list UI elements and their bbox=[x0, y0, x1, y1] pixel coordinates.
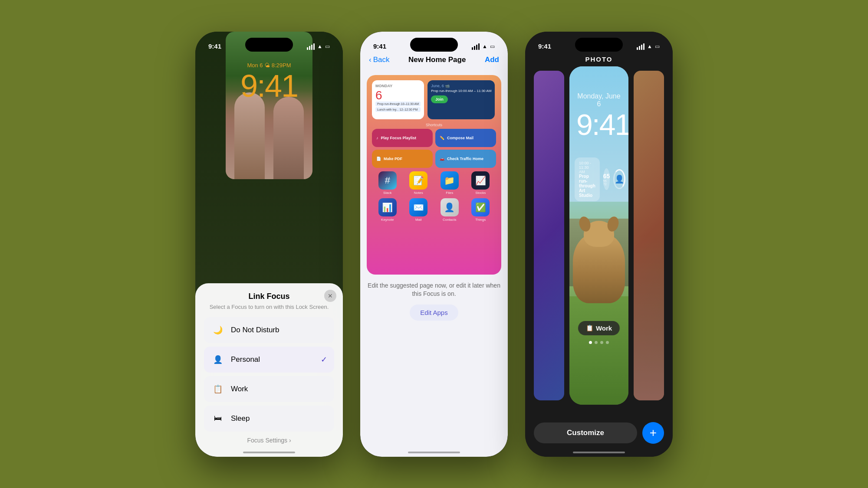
status-time-3: 9:41 bbox=[538, 43, 551, 50]
focus-settings-link[interactable]: Focus Settings › bbox=[204, 437, 334, 444]
app-contacts-label: Contacts bbox=[443, 218, 457, 222]
home-page-content: MONDAY 6 Prop run-through 10–11:30 AM Lu… bbox=[367, 75, 501, 422]
traffic-icon: 🚗 bbox=[440, 157, 444, 161]
shortcut-pdf-label: Make PDF bbox=[384, 157, 402, 161]
shortcut-traffic[interactable]: 🚗 Check Traffic Home bbox=[435, 150, 496, 168]
calendar-title: MONDAY bbox=[375, 84, 421, 88]
app-stocks-label: Stocks bbox=[475, 191, 486, 195]
widgets-row: MONDAY 6 Prop run-through 10–11:30 AM Lu… bbox=[372, 80, 496, 119]
lockscreen-info-overlay: Monday, June 6 9:41 bbox=[569, 92, 628, 139]
calendar-date: 6 bbox=[375, 89, 421, 102]
app-notes-label: Notes bbox=[414, 191, 423, 195]
app-keynote[interactable]: 📊 Keynote bbox=[378, 198, 397, 222]
wallpaper-dog-head bbox=[584, 221, 614, 247]
event-widget: 10:00 - 11:30 AM Prop run-through Art St… bbox=[575, 157, 600, 201]
music-icon: ♪ bbox=[376, 136, 378, 140]
shortcut-music-label: Play Focus Playlist bbox=[381, 136, 417, 140]
edit-apps-button[interactable]: Edit Apps bbox=[410, 305, 458, 321]
shortcut-mail[interactable]: ✏️ Compose Mail bbox=[435, 129, 496, 147]
webex-join-button[interactable]: Join bbox=[431, 95, 448, 103]
back-button[interactable]: ‹ Back bbox=[369, 56, 389, 64]
things-icon: ✅ bbox=[471, 198, 490, 216]
shortcut-pdf[interactable]: 📄 Make PDF bbox=[372, 150, 433, 168]
focus-icon-moon: 🌙 bbox=[211, 323, 225, 337]
wifi-icon-2: ▲ bbox=[482, 43, 487, 49]
app-keynote-label: Keynote bbox=[381, 218, 394, 222]
focus-label-personal: Personal bbox=[231, 355, 260, 364]
wifi-icon-3: ▲ bbox=[647, 43, 652, 49]
app-things[interactable]: ✅ Things bbox=[471, 198, 490, 222]
back-label: Back bbox=[373, 56, 390, 64]
app-stocks[interactable]: 📈 Stocks bbox=[471, 171, 490, 195]
app-contacts[interactable]: 👤 Contacts bbox=[441, 198, 459, 222]
shortcuts-section-label: Shortcuts bbox=[372, 123, 496, 127]
app-files[interactable]: 📁 Files bbox=[441, 171, 459, 195]
focus-label-sleep: Sleep bbox=[231, 414, 250, 423]
home-indicator-3 bbox=[573, 452, 625, 453]
modal-close-button[interactable]: ✕ bbox=[324, 290, 336, 302]
dot-1 bbox=[589, 341, 592, 344]
add-wallpaper-button[interactable]: + bbox=[642, 422, 664, 444]
phone-3: 9:41 ▲ ▭ PHOTO bbox=[525, 32, 673, 457]
shortcut-traffic-label: Check Traffic Home bbox=[447, 157, 483, 161]
app-slack[interactable]: # Slack bbox=[378, 171, 397, 195]
lockscreen-photo bbox=[226, 32, 312, 179]
status-icons-2: ▲ ▭ bbox=[472, 43, 495, 50]
files-icon: 📁 bbox=[441, 171, 459, 190]
edit-suggestion-text: Edit the suggested page now, or edit it … bbox=[367, 282, 501, 298]
link-focus-modal: ✕ Link Focus Select a Focus to turn on w… bbox=[195, 283, 343, 457]
wallpaper-main: Monday, June 6 9:41 10:00 - 11:30 AM Pro… bbox=[569, 66, 628, 405]
app-mail[interactable]: ✉️ Mail bbox=[409, 198, 427, 222]
focus-option-sleep[interactable]: 🛏 Sleep bbox=[204, 406, 334, 432]
status-time: 9:41 bbox=[208, 43, 221, 50]
webex-date: June, 6 📹 bbox=[431, 84, 491, 88]
add-button[interactable]: Add bbox=[485, 56, 499, 64]
focus-checkmark: ✓ bbox=[321, 355, 327, 364]
dot-3 bbox=[600, 341, 603, 344]
focus-option-personal[interactable]: 👤 Personal ✓ bbox=[204, 347, 334, 373]
status-bar-3: 9:41 ▲ ▭ bbox=[525, 32, 673, 53]
wallpaper-time: 9:41 bbox=[576, 110, 621, 139]
focus-label-do-not-disturb: Do Not Disturb bbox=[231, 326, 279, 334]
app-notes[interactable]: 📝 Notes bbox=[409, 171, 427, 195]
focus-icon-work: 📋 bbox=[211, 382, 225, 396]
status-bar-2: 9:41 ▲ ▭ bbox=[360, 32, 508, 53]
battery-icon: ▭ bbox=[325, 43, 330, 49]
figure-right bbox=[273, 97, 304, 179]
lockscreen-widgets: 10:00 - 11:30 AM Prop run-through Art St… bbox=[575, 157, 623, 201]
calendar-event-2: Lunch with Ivy... 12–12:30 PM bbox=[375, 107, 421, 112]
apps-row-1: # Slack 📝 Notes 📁 Files bbox=[372, 171, 496, 195]
focus-icon-person: 👤 bbox=[211, 353, 225, 367]
keynote-icon: 📊 bbox=[378, 198, 397, 216]
wallpaper-option-left[interactable] bbox=[534, 71, 564, 400]
shortcut-music[interactable]: ♪ Play Focus Playlist bbox=[372, 129, 433, 147]
bottom-actions: Customize + bbox=[525, 422, 673, 444]
page-dots bbox=[589, 341, 609, 344]
webex-widget: June, 6 📹 Prop run-through 10:00 AM – 11… bbox=[427, 80, 495, 119]
lockscreen: Mon 6 🌤 8:29PM 9:41 bbox=[195, 32, 343, 265]
lockscreen-date: Mon 6 🌤 8:29PM bbox=[195, 62, 343, 69]
wallpaper-option-right[interactable] bbox=[634, 71, 664, 400]
battery-icon-2: ▭ bbox=[490, 43, 495, 49]
focus-option-work[interactable]: 📋 Work bbox=[204, 376, 334, 402]
status-bar: 9:41 ▲ ▭ bbox=[195, 32, 343, 53]
wifi-icon: ▲ bbox=[317, 43, 322, 49]
work-badge-label: Work bbox=[596, 324, 612, 332]
dot-4 bbox=[606, 341, 609, 344]
photo-figures bbox=[226, 91, 312, 179]
signal-icon-2 bbox=[472, 43, 480, 50]
signal-icon bbox=[307, 43, 315, 50]
work-badge-icon: 📋 bbox=[586, 324, 593, 331]
home-indicator bbox=[243, 452, 295, 453]
event-time: 10:00 - 11:30 AM bbox=[579, 161, 595, 174]
mail-compose-icon: ✏️ bbox=[440, 136, 444, 140]
app-mail-label: Mail bbox=[415, 218, 422, 222]
focus-option-do-not-disturb[interactable]: 🌙 Do Not Disturb bbox=[204, 317, 334, 343]
mail-icon: ✉️ bbox=[409, 198, 427, 216]
app-things-label: Things bbox=[475, 218, 486, 222]
figure-left bbox=[234, 92, 265, 179]
customize-button[interactable]: Customize bbox=[534, 422, 637, 443]
photo-section-label: PHOTO bbox=[525, 56, 673, 63]
webex-event: Prop run-through 10:00 AM – 11:30 AM bbox=[431, 89, 491, 93]
status-icons: ▲ ▭ bbox=[307, 43, 330, 50]
